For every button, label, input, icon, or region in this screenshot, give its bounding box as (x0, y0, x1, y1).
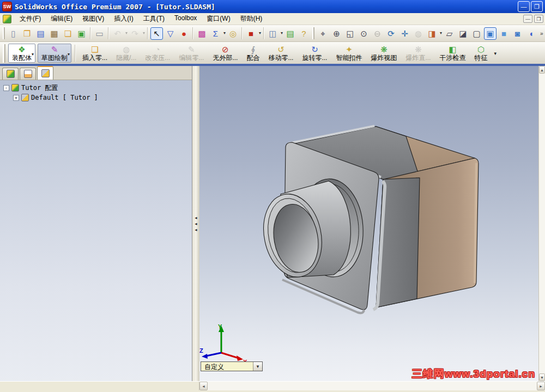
solidworks-resources-icon[interactable]: ■▾ (245, 27, 257, 40)
rotate-view-icon[interactable]: ⟳ (385, 27, 397, 40)
cm-tab-sketch[interactable]: ✎草图绘制▾ (38, 44, 71, 63)
make-assembly-from-part-icon[interactable]: ❏ (62, 27, 74, 40)
measure-dropdown-icon[interactable]: ▾ (223, 31, 226, 35)
smart-fasteners-icon: ✦ (346, 45, 353, 54)
features-dropdown-icon[interactable]: ▾ (494, 51, 496, 56)
scroll-left-icon[interactable]: ◄ (199, 382, 208, 390)
search-icon[interactable]: ◎ (227, 27, 239, 40)
no-external-references-button[interactable]: ⊘无外部... (209, 44, 241, 63)
options-list-icon[interactable]: ▤ (284, 27, 296, 40)
open-folder-icon[interactable]: ❐ (21, 27, 33, 40)
toolbar-separator (90, 27, 91, 39)
scroll-up-icon[interactable]: ▲ (539, 66, 545, 74)
toolbox-browser-icon[interactable]: ▣ (75, 27, 88, 40)
save-icon[interactable]: ▤ (34, 27, 47, 40)
panel-splitter[interactable]: ◄ ◄ ◄ (192, 66, 199, 381)
hidden-lines-visible-icon[interactable]: ◪ (457, 27, 469, 40)
solidworks-resources-dropdown-icon[interactable]: ▾ (259, 31, 261, 35)
tab-configurationmanager[interactable] (37, 66, 53, 80)
status-area (0, 382, 199, 390)
toolbar-grip[interactable] (3, 44, 5, 63)
mdi-minimize-button[interactable]: — (523, 15, 532, 23)
horizontal-scrollbar[interactable]: ◄ ► (199, 382, 545, 390)
vertical-scrollbar[interactable]: ▲ ▼ (538, 66, 545, 381)
zoom-to-area-icon[interactable]: ◱ (344, 27, 356, 40)
assembly-dropdown-icon[interactable]: ▾ (32, 52, 34, 57)
tab-propertymanager[interactable] (20, 68, 36, 80)
insert-component-button[interactable]: ❏插入零... (78, 44, 111, 63)
scrollbar-track[interactable] (208, 382, 537, 390)
split-window-dropdown-icon[interactable]: ▾ (281, 31, 283, 35)
zoom-previous-view-icon[interactable]: ⌖ (317, 27, 329, 40)
mdi-restore-button[interactable]: ❐ (534, 15, 543, 23)
zoom-in-out-icon[interactable]: ⊙ (358, 27, 370, 40)
rotate-component-button[interactable]: ↻旋转零... (298, 44, 331, 63)
measure-icon[interactable]: Σ▾ (209, 27, 222, 40)
toolbar-separator (75, 45, 76, 62)
features-icon: ⬡ (477, 45, 485, 54)
redo-dropdown-icon[interactable]: ▾ (143, 31, 145, 35)
help-icon[interactable]: ? (298, 27, 310, 40)
print-icon[interactable]: ▭ (93, 27, 106, 40)
menu-item-3[interactable]: 插入(I) (109, 13, 138, 25)
combo-dropdown-icon[interactable]: ▼ (253, 362, 262, 371)
zoom-to-fit-icon[interactable]: ⊕ (330, 27, 343, 40)
split-window-icon[interactable]: ◫▾ (267, 27, 279, 40)
edit-color-palette-icon[interactable]: ▩ (196, 27, 208, 40)
edit-component-button: ✎编辑零... (175, 44, 208, 63)
menu-item-0[interactable]: 文件(F) (15, 13, 46, 25)
menu-item-6[interactable]: 窗口(W) (202, 13, 235, 25)
menu-item-7[interactable]: 帮助(H) (235, 13, 268, 25)
shaded-with-edges-icon[interactable]: ▣ (484, 27, 496, 40)
toolbar-grip[interactable] (3, 27, 5, 39)
section-view-dropdown-icon[interactable]: ▾ (440, 31, 442, 35)
selection-filter-icon[interactable]: ▽ (164, 27, 177, 40)
hidden-lines-removed-icon[interactable]: ▢ (470, 27, 483, 40)
sketch-dropdown-icon[interactable]: ▾ (68, 52, 70, 57)
scroll-right-icon[interactable]: ► (537, 382, 545, 390)
menu-item-4[interactable]: 工具(T) (138, 13, 169, 25)
menu-item-2[interactable]: 视图(V) (77, 13, 109, 25)
panel-tabs (0, 66, 192, 80)
cm-button-label: 旋转零... (302, 54, 327, 62)
shadows-in-shaded-mode-icon[interactable]: ◙ (511, 27, 524, 40)
make-drawing-from-part-icon[interactable]: ▦ (48, 27, 60, 40)
menu-item-1[interactable]: 编辑(E) (46, 13, 77, 25)
window-title: SolidWorks Office Premium 2007 - [Tutor.… (15, 3, 517, 11)
toolbar-overflow-chevron[interactable]: » (540, 31, 543, 37)
configuration-tree: -Tutor 配置+Default [ Tutor ] (0, 80, 192, 105)
smart-fasteners-button[interactable]: ✦智能扣件 (332, 44, 366, 63)
tree-row[interactable]: +Default [ Tutor ] (1, 93, 191, 102)
pan-view-icon[interactable]: ✛ (398, 27, 411, 40)
3d-model-camera-assembly[interactable] (199, 66, 538, 381)
undo-dropdown-icon[interactable]: ▾ (125, 31, 128, 35)
move-component-button[interactable]: ↺移动零... (264, 44, 297, 63)
tree-row[interactable]: -Tutor 配置 (1, 83, 191, 93)
minimize-button[interactable]: — (518, 1, 530, 12)
tree-expander[interactable]: - (3, 85, 9, 91)
menu-item-5[interactable]: Toolbox (169, 13, 202, 25)
restore-button[interactable]: ❐ (531, 1, 543, 12)
tab-featuremanager-tree[interactable] (2, 68, 19, 80)
graphics-viewport[interactable]: Y X Z 自定义 ▼ 三维网www.3dportal.cn (199, 66, 538, 381)
section-view-icon[interactable]: ◨▾ (426, 27, 438, 40)
wireframe-icon[interactable]: ▱ (443, 27, 456, 40)
document-icon[interactable] (3, 15, 11, 23)
exploded-view-button[interactable]: ❋爆炸视图 (367, 44, 401, 63)
select-cursor-icon[interactable]: ↖ (150, 27, 163, 40)
collapse-panel-icon: ◄ (194, 221, 198, 227)
shaded-icon[interactable]: ■ (498, 27, 510, 40)
watermark-text: 三维网www.3dportal.cn (412, 367, 535, 381)
new-document-icon[interactable]: ▯ (7, 27, 20, 40)
selection-lights-icon[interactable]: ● (178, 27, 190, 40)
cm-tab-assembly[interactable]: ❖装配体▾ (8, 44, 35, 63)
cm-button-label: 移动零... (268, 54, 293, 62)
custom-view-combobox[interactable]: 自定义 ▼ (201, 361, 263, 371)
toolbar-grip[interactable] (312, 27, 314, 39)
mate-button[interactable]: ∮配合 (243, 44, 263, 63)
realview-graphics-icon[interactable]: ◖ (525, 27, 537, 40)
scroll-down-icon[interactable]: ▼ (539, 373, 545, 381)
features-button[interactable]: ⬡特征 (470, 44, 491, 63)
interference-detection-button[interactable]: ◧干涉检查 (435, 44, 469, 63)
tree-expander[interactable]: + (13, 95, 19, 101)
